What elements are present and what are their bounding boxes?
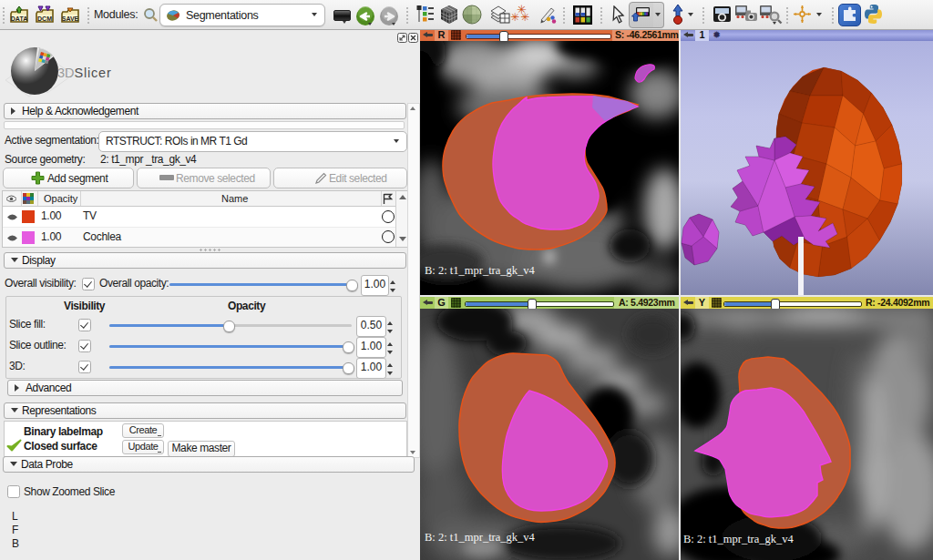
svg-text:DCM: DCM — [37, 15, 52, 22]
svg-text:DATA: DATA — [11, 15, 27, 22]
svg-text:SAVE: SAVE — [62, 15, 79, 22]
